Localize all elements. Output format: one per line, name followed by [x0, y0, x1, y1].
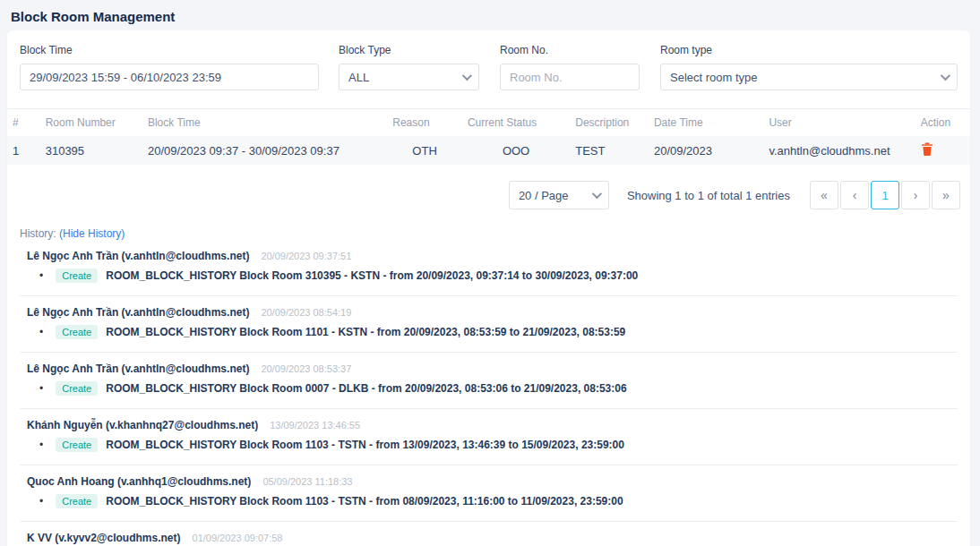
room-type-field: Room type Select room type	[660, 44, 958, 90]
chevron-down-icon	[462, 71, 472, 81]
create-badge: Create	[56, 381, 98, 396]
history-section: History: (Hide History) Lê Ngọc Anh Trần…	[7, 209, 970, 546]
pager: « ‹ 1 › »	[808, 181, 960, 209]
first-page-button[interactable]: «	[810, 181, 838, 209]
block-type-select[interactable]: ALL	[339, 64, 479, 90]
history-detail: ROOM_BLOCK_HISTORY Block Room 1103 - TST…	[106, 495, 623, 508]
block-time-label: Block Time	[20, 44, 319, 56]
history-user: Quoc Anh Hoang (v.anhhq1@cloudhms.net)	[27, 475, 251, 488]
filter-bar: Block Time Block Type ALL Room No. Room …	[7, 30, 970, 108]
page-size-value: 20 / Page	[519, 189, 569, 202]
room-no-input[interactable]	[500, 64, 640, 90]
page-title: Block Room Management	[11, 9, 175, 24]
history-detail: ROOM_BLOCK_HISTORY Block Room 310395 - K…	[106, 269, 638, 282]
history-entry: Lê Ngọc Anh Trần (v.anhtln@cloudhms.net)…	[20, 296, 958, 353]
history-detail: ROOM_BLOCK_HISTORY Block Room 1101 - KST…	[106, 326, 625, 338]
chevron-down-icon	[941, 71, 950, 81]
col-date-time: Date Time	[649, 109, 764, 137]
col-description: Description	[570, 109, 649, 137]
bullet-icon: •	[39, 495, 43, 508]
history-entry: Quoc Anh Hoang (v.anhhq1@cloudhms.net) 0…	[20, 465, 958, 522]
pagination-summary: Showing 1 to 1 of total 1 entries	[627, 189, 790, 202]
trash-icon[interactable]	[921, 142, 933, 156]
history-detail: ROOM_BLOCK_HISTORY Block Room 0007 - DLK…	[106, 382, 626, 395]
bullet-icon: •	[39, 382, 43, 395]
history-entry: Lê Ngọc Anh Trần (v.anhtln@cloudhms.net)…	[20, 240, 958, 296]
room-no-field: Room No.	[500, 44, 640, 90]
bullet-icon: •	[39, 269, 43, 282]
hide-history-link[interactable]: (Hide History)	[59, 227, 125, 240]
history-label: History:	[20, 227, 56, 240]
cell-date-time: 20/09/2023	[649, 136, 764, 165]
room-no-value[interactable]	[510, 71, 630, 84]
block-time-value[interactable]	[30, 71, 309, 84]
prev-page-button[interactable]: ‹	[840, 181, 869, 209]
table-row: 1 310395 20/09/2023 09:37 - 30/09/2023 0…	[7, 136, 970, 165]
history-timestamp: 20/09/2023 09:37:51	[261, 251, 351, 261]
table-header-row: # Room Number Block Time Reason Current …	[7, 109, 970, 137]
room-type-select[interactable]: Select room type	[660, 64, 958, 90]
history-header: History: (Hide History)	[20, 227, 958, 240]
room-type-label: Room type	[660, 44, 958, 56]
cell-description: TEST	[570, 136, 649, 165]
history-user: Lê Ngọc Anh Trần (v.anhtln@cloudhms.net)	[27, 363, 249, 375]
history-timestamp: 20/09/2023 08:53:37	[261, 363, 351, 374]
chevron-down-icon	[592, 189, 602, 199]
history-detail: ROOM_BLOCK_HISTORY Block Room 1103 - TST…	[106, 439, 624, 451]
col-user: User	[763, 109, 915, 137]
current-page-button[interactable]: 1	[871, 181, 899, 209]
bullet-icon: •	[39, 439, 43, 451]
room-no-label: Room No.	[500, 44, 640, 56]
history-entry: Lê Ngọc Anh Trần (v.anhtln@cloudhms.net)…	[20, 353, 958, 409]
pagination-bar: 20 / Page Showing 1 to 1 of total 1 entr…	[7, 165, 970, 209]
block-type-label: Block Type	[339, 44, 479, 56]
history-timestamp: 20/09/2023 08:54:19	[261, 307, 351, 318]
history-user: Lê Ngọc Anh Trần (v.anhtln@cloudhms.net)	[27, 306, 249, 319]
bullet-icon: •	[39, 326, 43, 338]
block-type-field: Block Type ALL	[339, 44, 479, 90]
next-page-button[interactable]: ›	[901, 181, 930, 209]
block-time-field: Block Time	[20, 44, 319, 90]
create-badge: Create	[56, 438, 98, 452]
cell-user: v.anhtln@cloudhms.net	[763, 136, 915, 165]
history-user: Lê Ngọc Anh Trần (v.anhtln@cloudhms.net)	[27, 250, 249, 262]
cell-reason: OTH	[387, 136, 462, 165]
col-reason: Reason	[387, 109, 462, 137]
block-type-value: ALL	[348, 71, 369, 84]
history-entry: Khánh Nguyễn (v.khanhnq27@cloudhms.net) …	[20, 409, 958, 465]
block-room-table: # Room Number Block Time Reason Current …	[7, 108, 970, 165]
history-timestamp: 13/09/2023 13:46:55	[270, 420, 360, 431]
last-page-button[interactable]: »	[932, 181, 960, 209]
room-type-value: Select room type	[670, 71, 758, 84]
cell-index: 1	[7, 136, 40, 165]
content-card: Block Time Block Type ALL Room No. Room …	[7, 30, 970, 546]
block-time-input[interactable]	[20, 64, 319, 90]
cell-current-status: OOO	[462, 136, 570, 165]
create-badge: Create	[56, 269, 98, 283]
history-timestamp: 01/09/2023 09:07:58	[193, 533, 283, 543]
history-user: K VV (v.kyvv2@cloudhms.net)	[27, 532, 181, 544]
create-badge: Create	[56, 325, 98, 339]
history-user: Khánh Nguyễn (v.khanhnq27@cloudhms.net)	[27, 419, 258, 431]
cell-room-number: 310395	[40, 136, 142, 165]
history-entry: K VV (v.kyvv2@cloudhms.net) 01/09/2023 0…	[20, 522, 958, 546]
page-size-select[interactable]: 20 / Page	[509, 181, 609, 209]
col-index: #	[7, 109, 40, 137]
col-block-time: Block Time	[142, 109, 387, 137]
col-current-status: Current Status	[462, 109, 570, 137]
col-room-number: Room Number	[40, 109, 142, 137]
history-timestamp: 05/09/2023 11:18:33	[262, 476, 352, 487]
cell-block-time: 20/09/2023 09:37 - 30/09/2023 09:37	[142, 136, 387, 165]
create-badge: Create	[56, 494, 98, 508]
col-action: Action	[916, 109, 970, 137]
